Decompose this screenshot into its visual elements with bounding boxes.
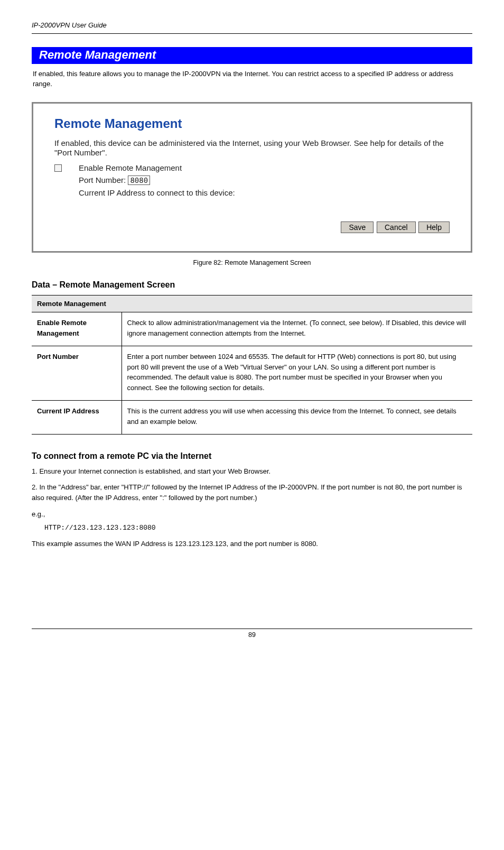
current-ip-label: Current IP Address to connect to this de… bbox=[79, 188, 450, 197]
example-label: e.g., bbox=[32, 509, 45, 520]
section-bar-title: Remote Management bbox=[39, 48, 156, 61]
save-button[interactable]: Save bbox=[341, 221, 374, 233]
page-footer: 89 bbox=[32, 629, 472, 639]
screenshot-title: Remote Management bbox=[54, 116, 450, 131]
cancel-button[interactable]: Cancel bbox=[377, 221, 416, 233]
port-input[interactable]: 8080 bbox=[128, 175, 150, 185]
row-label: Enable Remote Management bbox=[32, 312, 122, 346]
header-rule bbox=[32, 33, 472, 34]
enable-checkbox-label: Enable Remote Management bbox=[79, 163, 182, 172]
table-row: Current IP Address This is the current a… bbox=[32, 401, 472, 435]
enable-checkbox[interactable] bbox=[54, 164, 62, 172]
table-row: Enable Remote Management Check to allow … bbox=[32, 312, 472, 346]
table-header: Remote Management bbox=[32, 295, 472, 312]
row-label: Port Number bbox=[32, 346, 122, 401]
connect-step2: 2. In the "Address" bar, enter "HTTP://"… bbox=[32, 482, 472, 503]
row-label: Current IP Address bbox=[32, 401, 122, 435]
remote-management-screenshot: Remote Management If enabled, this devic… bbox=[32, 102, 472, 253]
section-intro: If enabled, this feature allows you to m… bbox=[33, 69, 471, 89]
data-heading: Data – Remote Management Screen bbox=[32, 280, 472, 290]
data-table: Remote Management Enable Remote Manageme… bbox=[32, 295, 472, 435]
example-url: HTTP://123.123.123.123:8080 bbox=[44, 523, 472, 533]
section-bar: Remote Management bbox=[32, 47, 472, 64]
port-label: Port Number: bbox=[79, 175, 126, 184]
row-value: Check to allow administration/management… bbox=[122, 312, 472, 346]
example-tail: This example assumes the WAN IP Address … bbox=[32, 539, 472, 549]
screenshot-desc: If enabled, this device can be administe… bbox=[54, 138, 450, 159]
connect-heading: To connect from a remote PC via the Inte… bbox=[32, 451, 472, 461]
header-left: IP-2000VPN User Guide bbox=[32, 21, 107, 29]
row-value: This is the current address you will use… bbox=[122, 401, 472, 435]
row-value: Enter a port number between 1024 and 655… bbox=[122, 346, 472, 401]
page-number: 89 bbox=[248, 631, 256, 639]
help-button[interactable]: Help bbox=[418, 221, 450, 233]
connect-body: 1. Ensure your Internet connection is es… bbox=[32, 466, 472, 549]
connect-step1: 1. Ensure your Internet connection is es… bbox=[32, 466, 472, 477]
table-row: Port Number Enter a port number between … bbox=[32, 346, 472, 401]
connect-example-line: e.g., bbox=[32, 509, 472, 520]
figure-caption: Figure 82: Remote Management Screen bbox=[32, 259, 472, 266]
